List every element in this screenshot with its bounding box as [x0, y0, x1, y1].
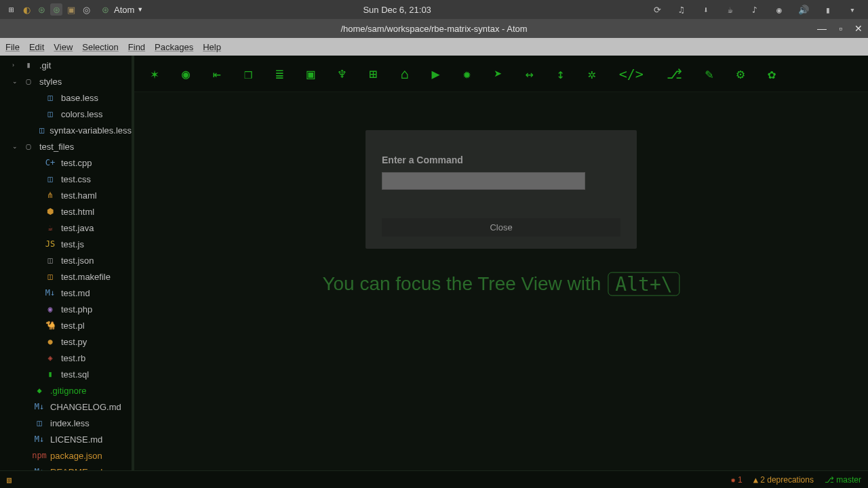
battery-icon[interactable]: ▮ — [822, 3, 834, 16]
git-branch[interactable]: ⎇ master — [825, 475, 861, 485]
tree-file-colors-less[interactable]: ◫colors.less — [0, 106, 132, 122]
file-type-icon: ☕ — [45, 223, 56, 232]
window-titlebar[interactable]: /home/sam/workspace/rbe-matrix-syntax - … — [0, 19, 868, 38]
modal-overlay: Enter a Command Close — [134, 56, 868, 470]
deprecations[interactable]: ▲ 2 deprecations — [753, 475, 814, 485]
tree-file-test-rb[interactable]: ◈test.rb — [0, 350, 132, 366]
tree-view[interactable]: ›▮.git⌄▢styles◫base.less◫colors.less◫syn… — [0, 56, 134, 470]
file-name: LICENSE.md — [50, 434, 102, 445]
power-menu-icon[interactable]: ▾ — [846, 3, 859, 16]
file-type-icon: ◫ — [45, 256, 56, 265]
clock[interactable]: Sun Dec 6, 21:03 — [143, 5, 651, 15]
file-name: README.md — [50, 467, 102, 471]
coffee-icon[interactable]: ☕ — [724, 3, 736, 16]
file-name: test.haml — [61, 190, 97, 201]
atom-icon-2[interactable]: ⊛ — [50, 3, 62, 16]
file-name: CHANGELOG.md — [50, 402, 121, 412]
tree-file-test-haml[interactable]: ⋔test.haml — [0, 187, 132, 203]
apps-grid-icon[interactable]: ⊞ — [5, 3, 18, 16]
tree-file--gitignore[interactable]: ◆.gitignore — [0, 382, 132, 399]
menu-find[interactable]: Find — [128, 42, 145, 52]
minimize-button[interactable]: — — [817, 23, 827, 34]
file-type-icon: ⬢ — [45, 207, 56, 216]
tree-folder--git[interactable]: ›▮.git — [0, 57, 132, 73]
file-name: test.java — [61, 223, 94, 233]
tree-file-package-json[interactable]: npmpackage.json — [0, 447, 132, 464]
file-name: index.less — [50, 418, 90, 428]
menu-selection[interactable]: Selection — [82, 42, 118, 52]
tree-file-test-java[interactable]: ☕test.java — [0, 220, 132, 236]
download-icon[interactable]: ⬇ — [700, 3, 712, 16]
menu-view[interactable]: View — [54, 42, 73, 52]
tree-file-test-py[interactable]: ●test.py — [0, 333, 132, 350]
tree-file-test-html[interactable]: ⬢test.html — [0, 203, 132, 220]
file-type-icon: M↓ — [34, 467, 45, 470]
file-name: test.js — [61, 239, 84, 249]
editor-area: ✶◉⇤❒≣▣♆⊞⌂▶✹➤↔↕✲</>⎇✎⚙✿ You can focus the… — [134, 56, 868, 470]
equalizer-icon[interactable]: ♫ — [675, 3, 688, 16]
file-type-icon: M↓ — [45, 288, 56, 298]
bug-icon: ✹ — [730, 475, 735, 485]
tree-file-test-php[interactable]: ◉test.php — [0, 301, 132, 317]
tree-file-test-pl[interactable]: 🐪test.pl — [0, 317, 132, 333]
tree-file-README-md[interactable]: M↓README.md — [0, 464, 132, 470]
tree-file-CHANGELOG-md[interactable]: M↓CHANGELOG.md — [0, 399, 132, 415]
file-type-icon: ◫ — [45, 93, 56, 102]
warning-icon: ▲ — [753, 475, 758, 485]
maximize-button[interactable]: ▫ — [839, 23, 842, 34]
desktop-panel: ⊞ ◐ ⊛ ⊛ ▣ ◎ ⊛ Atom ▼ Sun Dec 6, 21:03 ⟳ … — [0, 0, 868, 19]
tree-file-base-less[interactable]: ◫base.less — [0, 89, 132, 106]
menu-help[interactable]: Help — [203, 42, 221, 52]
file-name: test.sql — [61, 369, 89, 380]
file-type-icon: M↓ — [34, 434, 45, 444]
caret-icon: ⌄ — [12, 143, 18, 150]
dialog-close-button[interactable]: Close — [382, 218, 620, 237]
music-icon[interactable]: ♪ — [749, 3, 761, 16]
command-dialog: Enter a Command Close — [366, 130, 637, 249]
error-count[interactable]: ✹ 1 — [730, 475, 742, 485]
file-name: test.py — [61, 337, 87, 347]
volume-icon[interactable]: 🔊 — [797, 3, 810, 16]
file-type-icon: ● — [45, 337, 56, 346]
settings-icon[interactable]: ◎ — [80, 3, 92, 16]
tree-file-syntax-variables-less[interactable]: ◫syntax-variables.less — [0, 122, 132, 138]
tree-file-index-less[interactable]: ◫index.less — [0, 415, 132, 431]
tree-file-LICENSE-md[interactable]: M↓LICENSE.md — [0, 431, 132, 447]
tree-file-test-cpp[interactable]: C+test.cpp — [0, 155, 132, 171]
file-type-icon: ◫ — [45, 272, 56, 281]
file-name: test_files — [39, 142, 74, 152]
file-name: test.pl — [61, 321, 85, 331]
file-name: .git — [39, 60, 51, 70]
file-type-icon: ⋔ — [45, 190, 56, 200]
file-name: test.php — [61, 304, 92, 314]
file-name: base.less — [61, 93, 98, 103]
menu-packages[interactable]: Packages — [155, 42, 193, 52]
tree-file-test-js[interactable]: JStest.js — [0, 236, 132, 252]
wifi-icon[interactable]: ◉ — [773, 3, 785, 16]
tree-file-test-makefile[interactable]: ◫test.makefile — [0, 268, 132, 285]
close-button[interactable]: ✕ — [854, 23, 863, 34]
files-icon[interactable]: ▣ — [65, 3, 77, 16]
tree-file-test-sql[interactable]: ▮test.sql — [0, 366, 132, 382]
tree-file-test-md[interactable]: M↓test.md — [0, 285, 132, 301]
menu-edit[interactable]: Edit — [29, 42, 44, 52]
atom-icon-1[interactable]: ⊛ — [35, 3, 47, 16]
file-type-icon: ◫ — [39, 125, 44, 135]
chrome-icon[interactable]: ◐ — [20, 3, 33, 16]
refresh-icon[interactable]: ⟳ — [651, 3, 663, 16]
command-input[interactable] — [382, 172, 585, 190]
file-type-icon: ▢ — [23, 77, 34, 86]
tree-folder-styles[interactable]: ⌄▢styles — [0, 73, 132, 89]
tree-folder-test_files[interactable]: ⌄▢test_files — [0, 138, 132, 155]
git-branch-icon: ⎇ — [825, 475, 834, 485]
menu-file[interactable]: File — [5, 42, 20, 52]
tree-file-test-json[interactable]: ◫test.json — [0, 252, 132, 268]
window-title: /home/sam/workspace/rbe-matrix-syntax - … — [340, 24, 527, 34]
active-app-menu[interactable]: ⊛ Atom ▼ — [99, 3, 143, 16]
file-type-icon: ◫ — [45, 174, 56, 184]
file-name: test.css — [61, 174, 91, 184]
file-name: .gitignore — [50, 386, 86, 396]
file-icon[interactable]: ▧ — [7, 475, 12, 485]
tree-file-test-css[interactable]: ◫test.css — [0, 171, 132, 187]
file-type-icon: M↓ — [34, 402, 45, 411]
